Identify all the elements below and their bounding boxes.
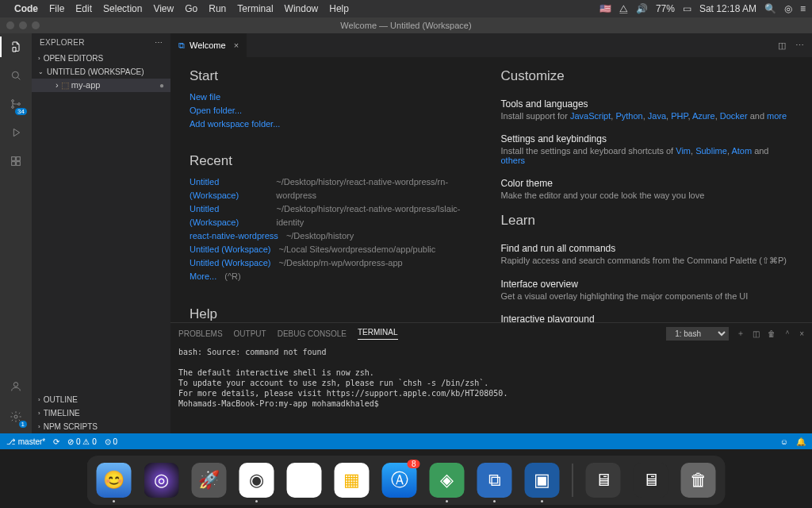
customize-heading: Customize: [501, 68, 794, 84]
more-link[interactable]: more: [767, 111, 787, 121]
maximize-panel-icon[interactable]: ＾: [783, 328, 791, 339]
menu-icon[interactable]: ≡: [800, 3, 806, 14]
tree-item-my-app[interactable]: › ⬚ my-app ●: [32, 79, 170, 92]
tab-debug-console[interactable]: DEBUG CONSOLE: [278, 329, 347, 338]
errors-indicator[interactable]: ⊘ 0 ⚠ 0: [67, 437, 96, 446]
volume-icon[interactable]: 🔊: [636, 3, 648, 14]
search-icon[interactable]: [7, 67, 25, 84]
terminal-select[interactable]: 1: bash: [666, 327, 729, 341]
window-title: Welcome — Untitled (Workspace): [340, 21, 471, 30]
close-window-icon[interactable]: [6, 21, 14, 29]
tab-output[interactable]: OUTPUT: [234, 329, 266, 338]
activity-bar: 34 1: [0, 33, 32, 433]
menu-terminal[interactable]: Terminal: [237, 3, 273, 14]
sync-icon[interactable]: ⟳: [53, 437, 59, 446]
dock-siri[interactable]: ◎: [144, 463, 179, 498]
tab-terminal[interactable]: TERMINAL: [358, 328, 398, 340]
zoom-window-icon[interactable]: [32, 21, 40, 29]
overview-desc: Get a visual overlay highlighting the ma…: [501, 291, 794, 301]
lang-link[interactable]: Azure: [692, 111, 715, 121]
tab-problems[interactable]: PROBLEMS: [178, 329, 223, 338]
keybind-link[interactable]: Sublime: [695, 146, 727, 156]
wifi-icon[interactable]: ⧋: [619, 3, 628, 14]
menu-file[interactable]: File: [49, 3, 64, 14]
recent-more-link[interactable]: More...: [190, 270, 216, 283]
timeline-section[interactable]: ›TIMELINE: [32, 406, 170, 420]
tab-welcome[interactable]: ⧉ Welcome ×: [170, 33, 247, 57]
close-tab-icon[interactable]: ×: [234, 40, 239, 50]
branch-indicator[interactable]: ⎇ master*: [6, 437, 45, 446]
bell-icon[interactable]: 🔔: [796, 437, 806, 446]
source-control-icon[interactable]: 34: [7, 95, 25, 113]
menu-run[interactable]: Run: [209, 3, 226, 14]
dock-window-thumb[interactable]: 🖥: [586, 463, 621, 498]
ports-indicator[interactable]: ⊙ 0: [105, 437, 117, 446]
keybind-link[interactable]: Atom: [731, 146, 752, 156]
others-link[interactable]: others: [501, 156, 526, 165]
menu-edit[interactable]: Edit: [75, 3, 92, 14]
editor-more-icon[interactable]: ⋯: [795, 40, 804, 51]
lang-link[interactable]: Python: [615, 111, 642, 121]
dock-trash[interactable]: 🗑: [681, 463, 716, 498]
new-terminal-icon[interactable]: ＋: [737, 328, 745, 339]
outline-label: OUTLINE: [44, 395, 78, 404]
accounts-icon[interactable]: [7, 378, 25, 395]
new-file-link[interactable]: New file: [190, 90, 482, 104]
spotlight-icon[interactable]: 🔍: [764, 3, 776, 14]
dock-finder[interactable]: 😊: [97, 463, 132, 498]
dock-appstore[interactable]: Ⓐ8: [382, 463, 417, 498]
recent-link[interactable]: react-native-wordpress: [190, 229, 278, 243]
menu-window[interactable]: Window: [285, 3, 319, 14]
open-folder-link[interactable]: Open folder...: [190, 104, 482, 117]
menu-selection[interactable]: Selection: [103, 3, 142, 14]
dock-vscode[interactable]: ⧉: [477, 463, 512, 498]
close-panel-icon[interactable]: ×: [799, 329, 804, 338]
menu-help[interactable]: Help: [329, 3, 349, 14]
npm-section[interactable]: ›NPM SCRIPTS: [32, 420, 170, 433]
modified-dot-icon: ●: [159, 81, 164, 90]
menu-app[interactable]: Code: [14, 3, 38, 14]
keybind-link[interactable]: Vim: [676, 146, 691, 156]
flag-icon[interactable]: 🇺🇸: [599, 3, 611, 14]
dock-stickies[interactable]: ▦: [335, 463, 370, 498]
add-workspace-link[interactable]: Add workspace folder...: [190, 117, 482, 131]
workspace-label: UNTITLED (WORKSPACE): [47, 67, 144, 76]
recent-link[interactable]: Untitled (Workspace): [190, 175, 268, 202]
lang-link[interactable]: Java: [648, 111, 666, 121]
lang-link[interactable]: Docker: [720, 111, 748, 121]
sidebar-more-icon[interactable]: ⋯: [155, 38, 163, 47]
dock-window-thumb[interactable]: 🖥: [634, 463, 668, 498]
dock-launchpad[interactable]: 🚀: [192, 463, 227, 498]
find-title: Find and run all commands: [501, 243, 794, 254]
split-terminal-icon[interactable]: ◫: [753, 329, 760, 338]
explorer-icon[interactable]: [7, 38, 25, 56]
minimize-window-icon[interactable]: [19, 21, 27, 29]
recent-link[interactable]: Untitled (Workspace): [190, 202, 268, 229]
dock-xcode[interactable]: ▣: [525, 463, 560, 498]
lang-link[interactable]: JavaScript: [570, 111, 611, 121]
lang-link[interactable]: PHP: [671, 111, 688, 121]
siri-icon[interactable]: ◎: [784, 3, 792, 14]
workspace-section[interactable]: ⌄UNTITLED (WORKSPACE): [32, 65, 170, 79]
dock-notes[interactable]: 🗒: [287, 463, 322, 498]
svg-rect-4: [12, 157, 16, 161]
welcome-page: Start New file Open folder... Add worksp…: [170, 57, 812, 322]
kill-terminal-icon[interactable]: 🗑: [768, 329, 776, 338]
extensions-icon[interactable]: [7, 152, 25, 170]
battery-icon[interactable]: ▭: [683, 3, 691, 14]
recent-link[interactable]: Untitled (Workspace): [190, 256, 271, 270]
menu-view[interactable]: View: [153, 3, 174, 14]
recent-path: ~/Local Sites/wordpressdemo/app/public: [279, 243, 436, 256]
settings-gear-icon[interactable]: 1: [7, 408, 25, 425]
split-editor-icon[interactable]: ◫: [778, 40, 786, 51]
outline-section[interactable]: ›OUTLINE: [32, 393, 170, 406]
dock-chrome[interactable]: ◉: [239, 463, 274, 498]
terminal-output[interactable]: bash: Source: command not found The defa…: [170, 344, 812, 433]
run-debug-icon[interactable]: [7, 124, 25, 141]
clock[interactable]: Sat 12:18 AM: [699, 3, 756, 14]
open-editors-section[interactable]: ›OPEN EDITORS: [32, 52, 170, 65]
menu-go[interactable]: Go: [185, 3, 197, 14]
feedback-icon[interactable]: ☺: [780, 437, 788, 446]
dock-app-green[interactable]: ◈: [430, 463, 465, 498]
recent-link[interactable]: Untitled (Workspace): [190, 243, 271, 256]
